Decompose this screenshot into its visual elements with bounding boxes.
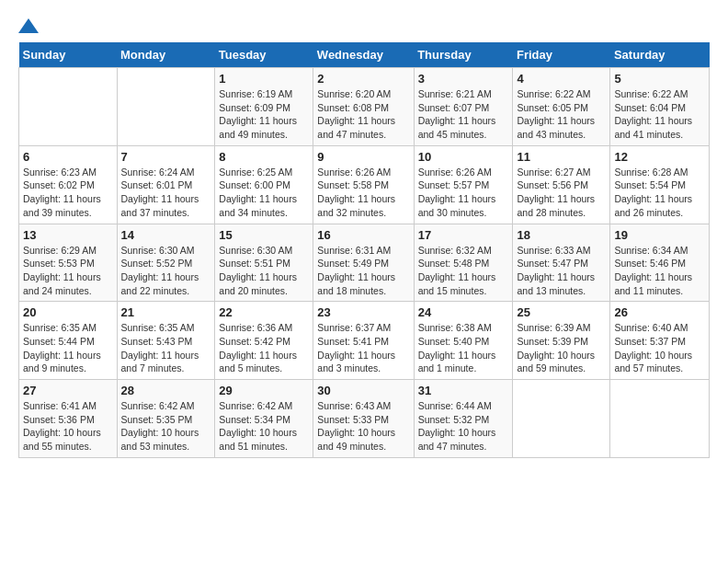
- calendar-header-thursday: Thursday: [414, 42, 513, 68]
- day-number: 20: [23, 305, 113, 319]
- day-number: 12: [614, 150, 705, 164]
- day-number: 1: [219, 72, 309, 86]
- calendar-cell: 30Sunrise: 6:43 AM Sunset: 5:33 PM Dayli…: [313, 380, 414, 458]
- day-info: Sunrise: 6:42 AM Sunset: 5:34 PM Dayligh…: [219, 399, 309, 454]
- day-info: Sunrise: 6:31 AM Sunset: 5:49 PM Dayligh…: [317, 244, 409, 298]
- day-number: 4: [517, 72, 606, 86]
- calendar-cell: 2Sunrise: 6:20 AM Sunset: 6:08 PM Daylig…: [313, 68, 414, 146]
- day-info: Sunrise: 6:25 AM Sunset: 6:00 PM Dayligh…: [219, 166, 309, 220]
- day-number: 31: [418, 384, 509, 397]
- calendar-cell: 16Sunrise: 6:31 AM Sunset: 5:49 PM Dayli…: [313, 224, 414, 302]
- day-number: 23: [317, 305, 409, 319]
- calendar-cell: 27Sunrise: 6:41 AM Sunset: 5:36 PM Dayli…: [19, 380, 118, 458]
- day-info: Sunrise: 6:36 AM Sunset: 5:42 PM Dayligh…: [219, 321, 309, 375]
- calendar-cell: 14Sunrise: 6:30 AM Sunset: 5:52 PM Dayli…: [117, 224, 215, 302]
- calendar-cell: 10Sunrise: 6:26 AM Sunset: 5:57 PM Dayli…: [414, 145, 513, 224]
- day-info: Sunrise: 6:39 AM Sunset: 5:39 PM Dayligh…: [517, 321, 606, 375]
- calendar-cell: 26Sunrise: 6:40 AM Sunset: 5:37 PM Dayli…: [610, 302, 710, 380]
- calendar-cell: 20Sunrise: 6:35 AM Sunset: 5:44 PM Dayli…: [19, 302, 118, 380]
- day-number: 11: [517, 150, 606, 164]
- day-number: 2: [317, 72, 409, 86]
- day-info: Sunrise: 6:44 AM Sunset: 5:32 PM Dayligh…: [418, 399, 509, 454]
- day-number: 7: [121, 150, 211, 164]
- day-number: 13: [23, 228, 113, 242]
- calendar-header-row: SundayMondayTuesdayWednesdayThursdayFrid…: [19, 42, 710, 68]
- calendar-cell: 11Sunrise: 6:27 AM Sunset: 5:56 PM Dayli…: [513, 145, 610, 224]
- calendar-cell: 9Sunrise: 6:26 AM Sunset: 5:58 PM Daylig…: [313, 145, 414, 224]
- calendar-cell: 5Sunrise: 6:22 AM Sunset: 6:04 PM Daylig…: [610, 68, 710, 146]
- calendar-week-row: 1Sunrise: 6:19 AM Sunset: 6:09 PM Daylig…: [19, 68, 710, 146]
- day-info: Sunrise: 6:42 AM Sunset: 5:35 PM Dayligh…: [121, 399, 211, 454]
- calendar-cell: 13Sunrise: 6:29 AM Sunset: 5:53 PM Dayli…: [19, 224, 118, 302]
- day-info: Sunrise: 6:37 AM Sunset: 5:41 PM Dayligh…: [317, 321, 409, 375]
- day-number: 22: [219, 305, 309, 319]
- calendar-cell: 8Sunrise: 6:25 AM Sunset: 6:00 PM Daylig…: [215, 145, 313, 224]
- calendar-header-sunday: Sunday: [19, 42, 118, 68]
- header: [18, 18, 710, 33]
- calendar-cell: [117, 68, 215, 146]
- calendar-week-row: 6Sunrise: 6:23 AM Sunset: 6:02 PM Daylig…: [19, 145, 710, 224]
- day-info: Sunrise: 6:28 AM Sunset: 5:54 PM Dayligh…: [614, 166, 705, 220]
- day-number: 10: [418, 150, 509, 164]
- calendar-week-row: 20Sunrise: 6:35 AM Sunset: 5:44 PM Dayli…: [19, 302, 710, 380]
- day-info: Sunrise: 6:20 AM Sunset: 6:08 PM Dayligh…: [317, 87, 409, 142]
- day-info: Sunrise: 6:26 AM Sunset: 5:58 PM Dayligh…: [317, 166, 409, 220]
- day-number: 29: [219, 384, 309, 397]
- calendar-cell: 17Sunrise: 6:32 AM Sunset: 5:48 PM Dayli…: [414, 224, 513, 302]
- calendar-cell: 29Sunrise: 6:42 AM Sunset: 5:34 PM Dayli…: [215, 380, 313, 458]
- day-info: Sunrise: 6:30 AM Sunset: 5:51 PM Dayligh…: [219, 244, 309, 298]
- calendar-cell: 31Sunrise: 6:44 AM Sunset: 5:32 PM Dayli…: [414, 380, 513, 458]
- calendar-cell: 15Sunrise: 6:30 AM Sunset: 5:51 PM Dayli…: [215, 224, 313, 302]
- calendar-header-monday: Monday: [117, 42, 215, 68]
- calendar-cell: [513, 380, 610, 458]
- calendar-cell: 23Sunrise: 6:37 AM Sunset: 5:41 PM Dayli…: [313, 302, 414, 380]
- calendar-cell: 12Sunrise: 6:28 AM Sunset: 5:54 PM Dayli…: [610, 145, 710, 224]
- calendar-header-friday: Friday: [513, 42, 610, 68]
- calendar-cell: 6Sunrise: 6:23 AM Sunset: 6:02 PM Daylig…: [19, 145, 118, 224]
- day-number: 14: [121, 228, 211, 242]
- calendar-cell: 1Sunrise: 6:19 AM Sunset: 6:09 PM Daylig…: [215, 68, 313, 146]
- day-info: Sunrise: 6:24 AM Sunset: 6:01 PM Dayligh…: [121, 166, 211, 220]
- calendar-cell: 24Sunrise: 6:38 AM Sunset: 5:40 PM Dayli…: [414, 302, 513, 380]
- day-number: 6: [23, 150, 113, 164]
- calendar-week-row: 13Sunrise: 6:29 AM Sunset: 5:53 PM Dayli…: [19, 224, 710, 302]
- day-number: 15: [219, 228, 309, 242]
- day-info: Sunrise: 6:41 AM Sunset: 5:36 PM Dayligh…: [23, 399, 113, 454]
- day-info: Sunrise: 6:40 AM Sunset: 5:37 PM Dayligh…: [614, 321, 705, 375]
- day-info: Sunrise: 6:19 AM Sunset: 6:09 PM Dayligh…: [219, 87, 309, 142]
- day-number: 28: [121, 384, 211, 397]
- day-info: Sunrise: 6:34 AM Sunset: 5:46 PM Dayligh…: [614, 244, 705, 298]
- day-info: Sunrise: 6:33 AM Sunset: 5:47 PM Dayligh…: [517, 244, 606, 298]
- day-number: 8: [219, 150, 309, 164]
- day-info: Sunrise: 6:22 AM Sunset: 6:04 PM Dayligh…: [614, 87, 705, 142]
- day-number: 5: [614, 72, 705, 86]
- calendar-week-row: 27Sunrise: 6:41 AM Sunset: 5:36 PM Dayli…: [19, 380, 710, 458]
- calendar-cell: 4Sunrise: 6:22 AM Sunset: 6:05 PM Daylig…: [513, 68, 610, 146]
- day-info: Sunrise: 6:21 AM Sunset: 6:07 PM Dayligh…: [418, 87, 509, 142]
- calendar-cell: 3Sunrise: 6:21 AM Sunset: 6:07 PM Daylig…: [414, 68, 513, 146]
- day-info: Sunrise: 6:35 AM Sunset: 5:43 PM Dayligh…: [121, 321, 211, 375]
- calendar-cell: [610, 380, 710, 458]
- calendar-header-wednesday: Wednesday: [313, 42, 414, 68]
- day-info: Sunrise: 6:23 AM Sunset: 6:02 PM Dayligh…: [23, 166, 113, 220]
- day-info: Sunrise: 6:32 AM Sunset: 5:48 PM Dayligh…: [418, 244, 509, 298]
- calendar-cell: 28Sunrise: 6:42 AM Sunset: 5:35 PM Dayli…: [117, 380, 215, 458]
- day-info: Sunrise: 6:30 AM Sunset: 5:52 PM Dayligh…: [121, 244, 211, 298]
- calendar-header-saturday: Saturday: [610, 42, 710, 68]
- day-number: 21: [121, 305, 211, 319]
- calendar-header-tuesday: Tuesday: [215, 42, 313, 68]
- day-info: Sunrise: 6:35 AM Sunset: 5:44 PM Dayligh…: [23, 321, 113, 375]
- calendar-table: SundayMondayTuesdayWednesdayThursdayFrid…: [18, 42, 710, 458]
- logo-icon: [18, 18, 39, 33]
- day-number: 25: [517, 305, 606, 319]
- calendar-cell: 25Sunrise: 6:39 AM Sunset: 5:39 PM Dayli…: [513, 302, 610, 380]
- logo: [18, 18, 40, 33]
- day-number: 16: [317, 228, 409, 242]
- day-number: 19: [614, 228, 705, 242]
- calendar-cell: 22Sunrise: 6:36 AM Sunset: 5:42 PM Dayli…: [215, 302, 313, 380]
- day-info: Sunrise: 6:43 AM Sunset: 5:33 PM Dayligh…: [317, 399, 409, 454]
- day-info: Sunrise: 6:27 AM Sunset: 5:56 PM Dayligh…: [517, 166, 606, 220]
- day-info: Sunrise: 6:29 AM Sunset: 5:53 PM Dayligh…: [23, 244, 113, 298]
- day-number: 30: [317, 384, 409, 397]
- day-number: 17: [418, 228, 509, 242]
